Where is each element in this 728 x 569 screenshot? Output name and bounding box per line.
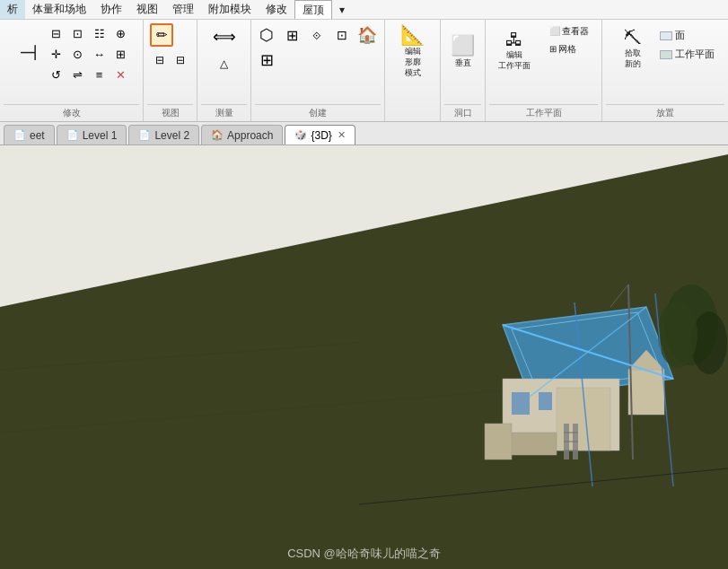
tab-level1-label: Level 1: [83, 129, 118, 142]
menu-collaborate[interactable]: 协作: [93, 0, 129, 19]
btn-create5[interactable]: 🏠: [355, 23, 379, 47]
btn-show-grid[interactable]: ⊞ 网格: [546, 41, 593, 57]
tab-level2[interactable]: 📄 Level 2: [128, 125, 199, 144]
btn-measure-dim[interactable]: ⟺: [211, 23, 238, 50]
pickup-label: 拾取新的: [625, 48, 641, 69]
menu-manage[interactable]: 管理: [165, 0, 201, 19]
create-label: 创建: [255, 104, 381, 121]
btn-rotate[interactable]: ↺: [47, 65, 66, 84]
tool-section-modify: ⊣ ⊟ ⊡ ☷ ⊕ ✛ ⊙: [0, 20, 144, 121]
placement-tools: ⛏ 拾取新的 面 工作平面: [613, 23, 718, 104]
opening-label: 垂直: [455, 57, 471, 69]
edit-profile-icon: 📐: [400, 23, 425, 47]
tab-3d-close[interactable]: ✕: [338, 129, 346, 141]
tab-sheet-label: eet: [30, 129, 45, 142]
svg-rect-22: [485, 424, 512, 460]
edit-profile-label: 编辑形廓模式: [405, 47, 421, 78]
btn-view2[interactable]: ⊟: [150, 50, 170, 70]
btn-scale[interactable]: ≡: [90, 65, 110, 84]
tab-3d[interactable]: 🎲 {3D} ✕: [285, 125, 355, 144]
btn-mirror1[interactable]: ↔: [90, 44, 110, 64]
btn-array[interactable]: ⊞: [111, 44, 131, 64]
btn-face-label: 面: [675, 29, 685, 42]
tab-level1[interactable]: 📄 Level 1: [57, 125, 127, 144]
menu-view[interactable]: 视图: [129, 0, 165, 19]
btn-view3[interactable]: ⊟: [171, 50, 190, 70]
menu-massing[interactable]: 体量和场地: [25, 0, 93, 19]
svg-point-16: [658, 300, 697, 368]
tool-section-workplane: 🖧 编辑工作平面 ⬜ 查看器 ⊞ 网格 工作平面: [486, 20, 602, 121]
tab-bar: 📄 eet 📄 Level 1 📄 Level 2 🏠 Approach 🎲 {…: [0, 122, 728, 145]
btn-create6[interactable]: ⊞: [255, 48, 278, 72]
menu-modify[interactable]: 修改: [259, 0, 294, 19]
tab-level1-icon: 📄: [66, 129, 79, 141]
placement-label: 放置: [606, 104, 724, 121]
btn-unpin[interactable]: ☷: [90, 23, 110, 43]
svg-rect-10: [539, 392, 552, 410]
pickup-icon: ⛏: [624, 28, 642, 48]
tab-sheet-icon: 📄: [13, 129, 26, 141]
scene-svg: [0, 145, 728, 569]
btn-offset[interactable]: ⊙: [68, 44, 88, 64]
svg-rect-12: [628, 370, 664, 415]
btn-delete[interactable]: ✕: [111, 65, 131, 84]
measure-label: 测量: [201, 104, 247, 121]
tool-section-editmode: 📐 编辑形廓模式 .: [385, 20, 441, 121]
viewport[interactable]: CSDN @哈哈奇味儿的喵之奇: [0, 145, 728, 569]
create-tools: ⬡ ⊞ ⟐ ⊡ 🏠 ⊞: [255, 23, 381, 104]
align-icon: ⊣: [19, 42, 38, 64]
tool-section-measure: ⟺ △ 测量: [197, 20, 251, 121]
tab-level2-icon: 📄: [138, 129, 151, 141]
btn-pickup-new[interactable]: ⛏ 拾取新的: [613, 23, 653, 79]
tab-approach-icon: 🏠: [211, 129, 224, 141]
opening-tools: ⬜ 垂直: [443, 23, 483, 104]
menu-analyze[interactable]: 析: [0, 0, 25, 19]
btn-edit-profile[interactable]: 📐 编辑形廓模式: [390, 23, 436, 79]
opening-group-label: 洞口: [444, 104, 481, 121]
btn-split-face[interactable]: ⊡: [68, 23, 88, 43]
tab-3d-icon: 🎲: [294, 129, 307, 141]
btn-show-viewer[interactable]: ⬜ 查看器: [546, 23, 593, 39]
tab-3d-label: {3D}: [311, 129, 331, 142]
modify-tools: ⊣ ⊟ ⊡ ☷ ⊕ ✛ ⊙: [13, 23, 131, 104]
btn-align[interactable]: ⊣: [13, 39, 45, 69]
opening-icon: ⬜: [451, 34, 475, 57]
btn-face[interactable]: 面: [656, 27, 718, 44]
tab-approach[interactable]: 🏠 Approach: [201, 125, 283, 144]
btn-move[interactable]: ✛: [47, 44, 66, 64]
ribbon-content: ⊣ ⊟ ⊡ ☷ ⊕ ✛ ⊙: [0, 20, 728, 122]
svg-rect-9: [512, 392, 530, 415]
tool-section-opening: ⬜ 垂直 洞口: [441, 20, 486, 121]
tool-section-create: ⬡ ⊞ ⟐ ⊡ 🏠 ⊞ 创建: [251, 20, 385, 121]
editmode-tools: 📐 编辑形廓模式: [390, 23, 436, 107]
main-area: CSDN @哈哈奇味儿的喵之奇: [0, 145, 728, 569]
btn-mirror2[interactable]: ⇌: [68, 65, 88, 84]
btn-create4[interactable]: ⊡: [330, 23, 354, 47]
btn-copy[interactable]: ⊕: [111, 23, 131, 43]
btn-opening[interactable]: ⬜ 垂直: [443, 23, 483, 79]
btn-measure2[interactable]: △: [215, 54, 234, 74]
btn-workplane-place[interactable]: 工作平面: [656, 46, 718, 63]
tab-level2-label: Level 2: [154, 129, 189, 142]
btn-edit-workplane[interactable]: 🖧 编辑工作平面: [495, 23, 534, 79]
modify-label: 修改: [4, 104, 139, 121]
menu-extra[interactable]: ▾: [332, 2, 352, 18]
btn-create2[interactable]: ⊞: [280, 23, 303, 47]
tool-section-view: ✏ ⊟ ⊟ 视图: [144, 20, 197, 121]
workplane-label: 工作平面: [489, 104, 598, 121]
tab-sheet[interactable]: 📄 eet: [4, 125, 55, 144]
menu-addons[interactable]: 附加模块: [201, 0, 259, 19]
view-label: 视图: [147, 104, 193, 121]
tool-section-placement: ⛏ 拾取新的 面 工作平面 放置: [602, 20, 728, 121]
measure-tools: ⟺ △: [211, 23, 238, 104]
workplane-tools: 🖧 编辑工作平面 ⬜ 查看器 ⊞ 网格: [495, 23, 593, 104]
btn-create1[interactable]: ⬡: [255, 23, 278, 47]
edit-wp-icon: 🖧: [505, 30, 523, 50]
menu-bar: 析 体量和场地 协作 视图 管理 附加模块 修改 屋顶 ▾: [0, 0, 728, 20]
btn-view-active[interactable]: ✏: [150, 23, 173, 47]
btn-split-wall[interactable]: ⊟: [47, 23, 66, 43]
view-tools: ✏ ⊟ ⊟: [150, 23, 190, 104]
btn-wp-label: 工作平面: [675, 48, 715, 61]
btn-create3[interactable]: ⟐: [305, 23, 329, 47]
menu-roof[interactable]: 屋顶: [294, 0, 332, 20]
